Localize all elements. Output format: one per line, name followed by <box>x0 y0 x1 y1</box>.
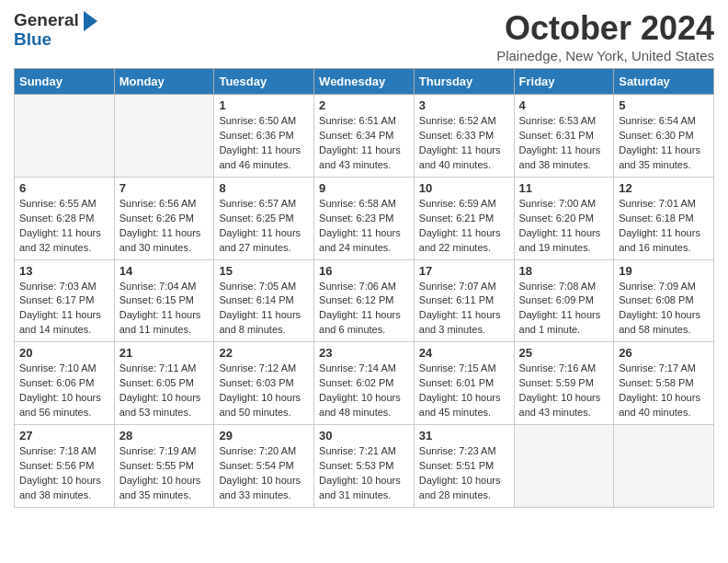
daylight-text: Daylight: 10 hours and 58 minutes. <box>619 309 700 335</box>
sunrise-text: Sunrise: 6:53 AM <box>519 115 597 126</box>
sunset-text: Sunset: 6:23 PM <box>319 213 393 224</box>
sunset-text: Sunset: 6:17 PM <box>19 294 94 305</box>
logo-line2: Blue <box>14 29 97 51</box>
header: General Blue October 2024 Plainedge, New… <box>14 9 714 63</box>
daylight-text: Daylight: 11 hours and 11 minutes. <box>119 309 201 335</box>
day-info: Sunrise: 7:04 AMSunset: 6:15 PMDaylight:… <box>119 280 210 339</box>
sunrise-text: Sunrise: 7:18 AM <box>19 445 97 456</box>
day-info: Sunrise: 6:59 AMSunset: 6:21 PMDaylight:… <box>419 197 509 256</box>
day-number: 22 <box>219 346 309 360</box>
sunrise-text: Sunrise: 6:57 AM <box>219 198 296 209</box>
calendar-table: Sunday Monday Tuesday Wednesday Thursday… <box>14 68 714 508</box>
day-number: 6 <box>19 181 109 195</box>
sunset-text: Sunset: 6:05 PM <box>119 377 194 388</box>
day-number: 14 <box>119 264 210 278</box>
calendar-cell: 21Sunrise: 7:11 AMSunset: 6:05 PMDayligh… <box>114 342 214 425</box>
calendar-body: 1Sunrise: 6:50 AMSunset: 6:36 PMDaylight… <box>15 95 714 508</box>
daylight-text: Daylight: 10 hours and 53 minutes. <box>119 392 201 418</box>
sunrise-text: Sunrise: 6:56 AM <box>119 198 197 209</box>
sunrise-text: Sunrise: 7:05 AM <box>219 281 296 292</box>
sunrise-text: Sunrise: 6:54 AM <box>619 115 696 126</box>
day-info: Sunrise: 6:50 AMSunset: 6:36 PMDaylight:… <box>219 114 309 173</box>
sunset-text: Sunset: 6:09 PM <box>519 294 594 305</box>
sunset-text: Sunset: 6:25 PM <box>219 213 293 224</box>
calendar-week-3: 20Sunrise: 7:10 AMSunset: 6:06 PMDayligh… <box>15 342 714 425</box>
calendar-week-1: 6Sunrise: 6:55 AMSunset: 6:28 PMDaylight… <box>15 177 714 259</box>
sunset-text: Sunset: 6:02 PM <box>319 377 393 388</box>
day-number: 1 <box>219 98 309 112</box>
calendar-cell <box>15 95 115 178</box>
calendar-cell: 7Sunrise: 6:56 AMSunset: 6:26 PMDaylight… <box>114 177 214 259</box>
day-number: 15 <box>219 264 309 278</box>
calendar-cell: 24Sunrise: 7:15 AMSunset: 6:01 PMDayligh… <box>414 342 514 425</box>
sunrise-text: Sunrise: 7:14 AM <box>319 362 396 373</box>
col-thursday: Thursday <box>414 69 514 95</box>
day-info: Sunrise: 6:53 AMSunset: 6:31 PMDaylight:… <box>519 114 609 173</box>
daylight-text: Daylight: 10 hours and 33 minutes. <box>219 475 301 500</box>
day-number: 25 <box>519 346 609 360</box>
col-monday: Monday <box>114 69 214 95</box>
day-info: Sunrise: 7:08 AMSunset: 6:09 PMDaylight:… <box>519 280 609 339</box>
day-info: Sunrise: 7:20 AMSunset: 5:54 PMDaylight:… <box>219 444 309 503</box>
calendar-cell: 8Sunrise: 6:57 AMSunset: 6:25 PMDaylight… <box>214 177 314 259</box>
day-info: Sunrise: 7:17 AMSunset: 5:58 PMDaylight:… <box>619 362 709 420</box>
day-number: 10 <box>419 181 509 195</box>
daylight-text: Daylight: 10 hours and 38 minutes. <box>19 475 101 500</box>
page-container: General Blue October 2024 Plainedge, New… <box>0 0 728 522</box>
day-number: 19 <box>619 264 709 278</box>
calendar-cell: 4Sunrise: 6:53 AMSunset: 6:31 PMDaylight… <box>514 95 614 178</box>
sunset-text: Sunset: 6:08 PM <box>619 294 693 305</box>
sunrise-text: Sunrise: 7:10 AM <box>19 362 97 373</box>
sunrise-text: Sunrise: 7:03 AM <box>19 281 97 292</box>
sunset-text: Sunset: 5:59 PM <box>519 377 594 388</box>
day-number: 21 <box>119 346 210 360</box>
sunset-text: Sunset: 5:53 PM <box>319 460 393 471</box>
day-number: 18 <box>519 264 609 278</box>
sunset-text: Sunset: 6:26 PM <box>119 213 194 224</box>
sunrise-text: Sunrise: 7:20 AM <box>219 445 296 456</box>
day-info: Sunrise: 7:03 AMSunset: 6:17 PMDaylight:… <box>19 280 109 339</box>
sunset-text: Sunset: 6:30 PM <box>619 130 693 141</box>
sunset-text: Sunset: 5:58 PM <box>619 377 693 388</box>
sunrise-text: Sunrise: 7:11 AM <box>119 362 197 373</box>
calendar-cell <box>514 425 614 508</box>
sunrise-text: Sunrise: 7:04 AM <box>119 281 197 292</box>
daylight-text: Daylight: 10 hours and 56 minutes. <box>19 392 101 418</box>
day-info: Sunrise: 6:51 AMSunset: 6:34 PMDaylight:… <box>319 114 409 173</box>
day-number: 23 <box>319 346 409 360</box>
day-info: Sunrise: 7:09 AMSunset: 6:08 PMDaylight:… <box>619 280 709 339</box>
sunrise-text: Sunrise: 7:23 AM <box>419 445 496 456</box>
daylight-text: Daylight: 11 hours and 38 minutes. <box>519 144 601 170</box>
sunset-text: Sunset: 6:12 PM <box>319 294 393 305</box>
calendar-cell: 11Sunrise: 7:00 AMSunset: 6:20 PMDayligh… <box>514 177 614 259</box>
day-info: Sunrise: 7:10 AMSunset: 6:06 PMDaylight:… <box>19 362 109 420</box>
day-info: Sunrise: 7:05 AMSunset: 6:14 PMDaylight:… <box>219 280 309 339</box>
daylight-text: Daylight: 11 hours and 35 minutes. <box>619 144 700 170</box>
sunset-text: Sunset: 6:20 PM <box>519 213 594 224</box>
day-number: 29 <box>219 429 309 442</box>
sunrise-text: Sunrise: 7:16 AM <box>519 362 597 373</box>
calendar-week-4: 27Sunrise: 7:18 AMSunset: 5:56 PMDayligh… <box>15 425 714 508</box>
daylight-text: Daylight: 11 hours and 32 minutes. <box>19 227 101 253</box>
day-info: Sunrise: 6:54 AMSunset: 6:30 PMDaylight:… <box>619 114 709 173</box>
daylight-text: Daylight: 10 hours and 50 minutes. <box>219 392 301 418</box>
day-info: Sunrise: 6:57 AMSunset: 6:25 PMDaylight:… <box>219 197 309 256</box>
sunrise-text: Sunrise: 6:58 AM <box>319 198 396 209</box>
daylight-text: Daylight: 11 hours and 30 minutes. <box>119 227 201 253</box>
day-info: Sunrise: 6:52 AMSunset: 6:33 PMDaylight:… <box>419 114 509 173</box>
calendar-cell: 31Sunrise: 7:23 AMSunset: 5:51 PMDayligh… <box>414 425 514 508</box>
day-info: Sunrise: 7:14 AMSunset: 6:02 PMDaylight:… <box>319 362 409 420</box>
day-number: 17 <box>419 264 509 278</box>
logo-line1: General <box>14 10 79 31</box>
daylight-text: Daylight: 10 hours and 31 minutes. <box>319 475 401 500</box>
sunset-text: Sunset: 6:11 PM <box>419 294 494 305</box>
col-sunday: Sunday <box>15 69 115 95</box>
sunset-text: Sunset: 6:21 PM <box>419 213 494 224</box>
day-number: 5 <box>619 98 709 112</box>
day-number: 16 <box>319 264 409 278</box>
sunset-text: Sunset: 6:31 PM <box>519 130 594 141</box>
calendar-cell <box>614 425 714 508</box>
day-number: 20 <box>19 346 109 360</box>
day-number: 8 <box>219 181 309 195</box>
sunset-text: Sunset: 6:36 PM <box>219 130 293 141</box>
